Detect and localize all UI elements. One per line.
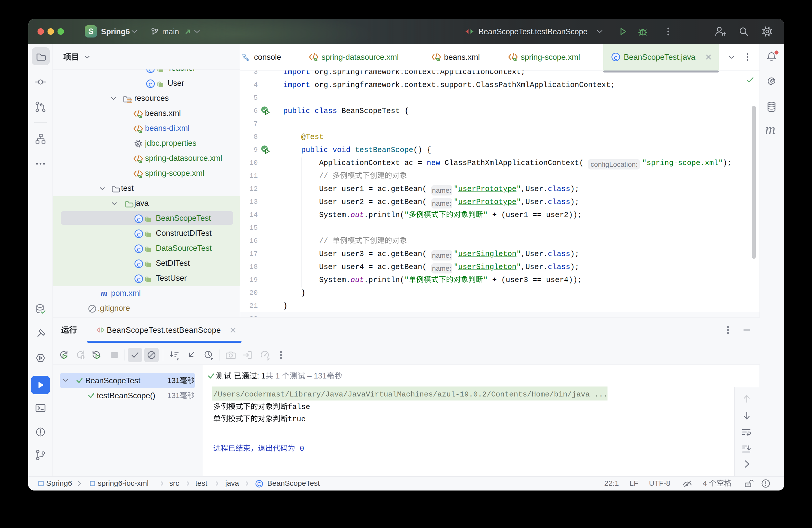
svg-text:C: C — [137, 277, 141, 282]
svg-text:C: C — [137, 217, 141, 222]
svg-text:C: C — [257, 481, 261, 487]
svg-text:C: C — [137, 232, 141, 237]
svg-text:C: C — [614, 55, 618, 61]
svg-text:C: C — [137, 247, 141, 252]
svg-text:C: C — [148, 70, 152, 73]
svg-text:C: C — [137, 262, 141, 267]
svg-text:C: C — [148, 82, 152, 88]
